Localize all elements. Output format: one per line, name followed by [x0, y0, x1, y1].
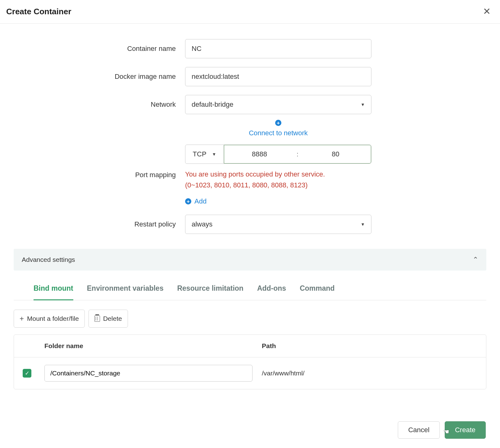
container-port-value: 80 — [300, 150, 371, 158]
tab-bind-mount[interactable]: Bind mount — [34, 284, 73, 300]
tab-env-vars[interactable]: Environment variables — [87, 284, 164, 300]
port-mapping-group: TCP ▼ 8888 : 80 — [185, 145, 371, 164]
row-checkbox[interactable]: ✓ — [23, 369, 31, 378]
col-folder-name: Folder name — [44, 342, 262, 350]
protocol-select[interactable]: TCP ▼ — [185, 145, 224, 164]
connect-network-link[interactable]: Connect to network — [249, 129, 308, 137]
row-connect-network: + Connect to network — [16, 120, 484, 137]
caret-down-icon: ▼ — [212, 152, 216, 157]
label-container-name: Container name — [16, 45, 185, 53]
label-restart-policy: Restart policy — [16, 220, 185, 228]
bind-action-buttons: Mount a folder/file Delete — [0, 300, 500, 328]
tab-resource-limitation[interactable]: Resource limitation — [177, 284, 243, 300]
row-docker-image: Docker image name — [16, 67, 484, 86]
add-port-link[interactable]: Add — [194, 197, 207, 205]
plus-circle-icon: + — [275, 120, 281, 126]
table-header: Folder name Path — [14, 335, 486, 357]
container-name-input[interactable] — [185, 39, 371, 58]
plus-circle-icon: + — [185, 198, 191, 204]
port-warning-line2: (0~1023, 8010, 8011, 8080, 8088, 8123) — [185, 180, 371, 190]
tab-add-ons[interactable]: Add-ons — [257, 284, 286, 300]
restart-policy-value: always — [192, 220, 212, 228]
row-port-mapping: Port mapping TCP ▼ 8888 : 80 You are usi… — [16, 145, 484, 205]
trash-icon — [94, 316, 100, 322]
footer-buttons: Cancel ☚ Create — [398, 421, 486, 439]
mount-folder-button[interactable]: Mount a folder/file — [14, 310, 85, 328]
tabs: Bind mount Environment variables Resourc… — [14, 271, 486, 300]
caret-down-icon: ▼ — [361, 222, 365, 227]
dialog-title: Create Container — [6, 7, 71, 16]
network-value: default-bridge — [192, 101, 234, 109]
row-restart-policy: Restart policy always ▼ — [16, 215, 484, 234]
port-separator: : — [295, 150, 300, 158]
table-row: ✓ /var/www/html/ — [14, 357, 486, 389]
label-port-mapping: Port mapping — [16, 171, 185, 179]
advanced-settings-label: Advanced settings — [22, 256, 75, 263]
delete-button[interactable]: Delete — [89, 310, 128, 328]
folder-name-input[interactable] — [44, 365, 252, 382]
mount-folder-label: Mount a folder/file — [27, 315, 79, 322]
cursor-icon: ☚ — [443, 428, 449, 436]
dialog-header: Create Container ✕ — [0, 0, 500, 24]
col-path: Path — [262, 342, 477, 350]
label-network: Network — [16, 101, 185, 109]
create-button[interactable]: ☚ Create — [445, 421, 486, 439]
network-select[interactable]: default-bridge ▼ — [185, 95, 371, 114]
form-area: Container name Docker image name Network… — [0, 24, 500, 234]
docker-image-input[interactable] — [185, 67, 371, 86]
tab-command[interactable]: Command — [300, 284, 334, 300]
add-port-row: + Add — [185, 197, 371, 205]
host-port-value: 8888 — [224, 150, 295, 158]
restart-policy-select[interactable]: always ▼ — [185, 215, 371, 234]
bind-mount-table: Folder name Path ✓ /var/www/html/ — [14, 334, 486, 389]
create-button-label: Create — [455, 426, 475, 434]
path-value: /var/www/html/ — [262, 370, 477, 377]
protocol-value: TCP — [193, 150, 207, 158]
chevron-up-icon: ⌃ — [473, 256, 478, 264]
row-container-name: Container name — [16, 39, 484, 58]
port-warning: You are using ports occupied by other se… — [185, 169, 371, 190]
plus-icon — [20, 314, 24, 323]
port-warning-line1: You are using ports occupied by other se… — [185, 170, 325, 178]
caret-down-icon: ▼ — [361, 102, 365, 107]
close-icon[interactable]: ✕ — [483, 7, 491, 16]
row-network: Network default-bridge ▼ — [16, 95, 484, 114]
advanced-settings-toggle[interactable]: Advanced settings ⌃ — [14, 249, 486, 271]
cancel-button[interactable]: Cancel — [398, 421, 439, 439]
delete-label: Delete — [103, 315, 122, 322]
port-pair-input[interactable]: 8888 : 80 — [224, 145, 371, 164]
label-docker-image: Docker image name — [16, 73, 185, 81]
